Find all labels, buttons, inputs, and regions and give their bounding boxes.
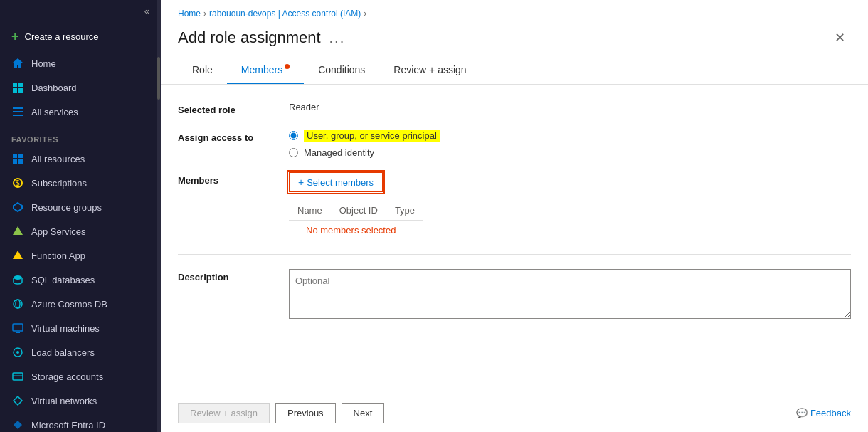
col-type: Type: [386, 201, 423, 221]
sidebar-item-label: Azure Cosmos DB: [31, 299, 107, 310]
members-table: Name Object ID Type No members selected: [289, 201, 423, 240]
home-icon: [11, 57, 24, 70]
sidebar-item-storage-accounts[interactable]: Storage accounts: [0, 364, 157, 389]
tab-members[interactable]: Members: [227, 57, 304, 84]
svg-rect-8: [18, 154, 23, 158]
svg-rect-19: [13, 324, 23, 331]
tab-review-assign[interactable]: Review + assign: [379, 57, 480, 84]
sidebar-item-label: All services: [31, 107, 78, 117]
sidebar-item-virtual-machines[interactable]: Virtual machines: [0, 316, 157, 340]
sidebar-item-dashboard[interactable]: Dashboard: [0, 75, 157, 100]
tab-conditions[interactable]: Conditions: [304, 57, 379, 84]
radio-user-group[interactable]: User, group, or service principal: [289, 130, 440, 142]
scroll-thumb: [157, 57, 160, 100]
radio-user-group-input[interactable]: [289, 131, 298, 140]
form-separator: [178, 254, 851, 255]
members-label: Members: [178, 172, 277, 186]
sidebar-item-microsoft-entra[interactable]: Microsoft Entra ID: [0, 413, 157, 432]
page-options-dots[interactable]: ...: [329, 30, 346, 46]
radio-managed-identity-input[interactable]: [289, 148, 298, 157]
sidebar-item-virtual-networks[interactable]: Virtual networks: [0, 389, 157, 413]
svg-rect-23: [13, 373, 23, 380]
feedback-link[interactable]: 💬 Feedback: [796, 408, 851, 418]
sidebar-item-label: Function App: [31, 251, 85, 261]
sidebar-item-app-services[interactable]: App Services: [0, 219, 157, 243]
description-row: Description: [178, 269, 851, 319]
virtual-networks-icon: [11, 394, 24, 407]
main-panel: Home › rabououn-devops | Access control …: [161, 0, 868, 432]
sidebar-collapse-btn[interactable]: «: [0, 0, 157, 22]
tabs-bar: Role Members Conditions Review + assign: [161, 57, 868, 85]
svg-point-16: [14, 275, 22, 280]
next-button[interactable]: Next: [342, 403, 385, 423]
svg-point-17: [14, 300, 22, 308]
content-area: Home › rabououn-devops | Access control …: [161, 0, 868, 394]
breadcrumb-home[interactable]: Home: [178, 9, 201, 19]
members-section: + Select members Name Object ID Type: [289, 172, 423, 240]
sidebar-item-cosmos-db[interactable]: Azure Cosmos DB: [0, 292, 157, 316]
sidebar: « + Create a resource Home Dashboard All…: [0, 0, 157, 432]
sidebar-item-subscriptions[interactable]: $ Subscriptions: [0, 171, 157, 195]
description-textarea[interactable]: [289, 269, 851, 319]
sidebar-item-home[interactable]: Home: [0, 51, 157, 75]
col-object-id: Object ID: [331, 201, 386, 221]
sidebar-item-label: Virtual machines: [31, 323, 100, 334]
breadcrumb-sep2: ›: [364, 9, 366, 19]
function-app-icon: [11, 249, 24, 262]
sidebar-item-function-app[interactable]: Function App: [0, 243, 157, 268]
svg-rect-0: [13, 83, 17, 87]
selected-role-row: Selected role Reader: [178, 102, 851, 115]
review-assign-button[interactable]: Review + assign: [178, 403, 270, 423]
sidebar-item-load-balancers[interactable]: Load balancers: [0, 340, 157, 364]
svg-point-22: [16, 351, 19, 354]
app-services-icon: [11, 225, 24, 238]
svg-rect-1: [18, 83, 23, 87]
svg-marker-13: [14, 203, 22, 211]
table-row-no-members: No members selected: [289, 221, 423, 241]
selected-role-label: Selected role: [178, 102, 277, 115]
breadcrumb-sep1: ›: [203, 9, 206, 19]
tab-role[interactable]: Role: [178, 57, 227, 84]
sidebar-item-label: Resource groups: [31, 202, 102, 213]
sidebar-item-label: App Services: [31, 226, 86, 237]
sidebar-item-label: Dashboard: [31, 83, 77, 93]
sidebar-section-favorites: FAVORITES: [0, 130, 157, 147]
assign-access-row: Assign access to User, group, or service…: [178, 130, 851, 158]
breadcrumb-resource[interactable]: rabououn-devops | Access control (IAM): [209, 9, 361, 19]
sidebar-item-sql-databases[interactable]: SQL databases: [0, 268, 157, 292]
close-button[interactable]: ✕: [829, 27, 851, 48]
select-members-button[interactable]: + Select members: [289, 172, 383, 192]
virtual-machines-icon: [11, 322, 24, 334]
sidebar-item-label: Microsoft Entra ID: [31, 420, 105, 431]
resource-groups-icon: [11, 201, 24, 214]
previous-button[interactable]: Previous: [275, 403, 336, 423]
feedback-label: Feedback: [810, 408, 851, 418]
svg-marker-14: [13, 226, 23, 235]
dashboard-icon: [11, 81, 24, 94]
sidebar-item-all-resources[interactable]: All resources: [0, 147, 157, 171]
page-header: Add role assignment ... ✕: [161, 21, 868, 57]
footer: Review + assign Previous Next 💬 Feedback: [161, 394, 868, 432]
storage-accounts-icon: [11, 370, 24, 383]
cosmos-db-icon: [11, 297, 24, 310]
radio-user-group-label: User, group, or service principal: [304, 130, 440, 142]
sidebar-scrollbar[interactable]: [157, 0, 161, 432]
sidebar-item-resource-groups[interactable]: Resource groups: [0, 195, 157, 219]
sidebar-item-label: Subscriptions: [31, 178, 87, 189]
svg-text:$: $: [16, 179, 20, 187]
svg-rect-4: [13, 107, 23, 109]
no-members-text: No members selected: [297, 221, 404, 240]
access-type-group: User, group, or service principal Manage…: [289, 130, 440, 158]
sidebar-item-label: Storage accounts: [31, 372, 103, 382]
load-balancers-icon: [11, 346, 24, 359]
radio-managed-identity[interactable]: Managed identity: [289, 147, 440, 158]
sidebar-item-all-services[interactable]: All services: [0, 100, 157, 124]
select-members-text: Select members: [307, 177, 374, 188]
sidebar-item-create-resource[interactable]: + Create a resource: [0, 22, 157, 51]
members-row: Members + Select members Name Object ID …: [178, 172, 851, 240]
svg-rect-10: [18, 159, 23, 164]
all-services-icon: [11, 105, 24, 118]
svg-rect-6: [13, 115, 23, 116]
sidebar-item-label: Virtual networks: [31, 396, 97, 406]
sql-icon: [11, 273, 24, 286]
